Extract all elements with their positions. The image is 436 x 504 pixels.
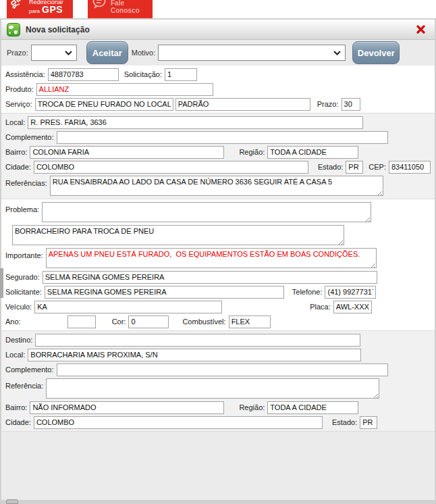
devolver-button[interactable]: Devolver: [352, 41, 400, 64]
destino-label: Destino:: [5, 336, 32, 344]
assistencia-input[interactable]: [48, 68, 119, 81]
prazo-label: Prazo:: [317, 100, 339, 108]
row-local: Local:: [1, 115, 435, 130]
row-problema-extra: BORRACHEIRO PARA TROCA DE PNEU: [1, 224, 435, 247]
dialog-title: Nova solicitação: [26, 25, 90, 34]
servico-label: Serviço:: [5, 100, 32, 108]
cidade-input[interactable]: [34, 161, 308, 174]
estado-label: Estado:: [318, 163, 343, 171]
solicitante-input[interactable]: [45, 286, 284, 299]
chevron-down-icon: [333, 51, 341, 55]
gps-button-line2-small: para: [29, 8, 40, 14]
regiao-destino-label: Região:: [239, 403, 265, 411]
destino-input[interactable]: [35, 334, 360, 347]
row-cidade-destino: Cidade: Estado:: [1, 415, 435, 430]
combustivel-input[interactable]: [229, 316, 271, 328]
prazo-select[interactable]: [31, 45, 77, 61]
veiculo-label: Veículo:: [5, 303, 32, 311]
local-input[interactable]: [28, 116, 363, 129]
referencia-destino-textarea[interactable]: [46, 378, 379, 399]
close-icon[interactable]: [416, 25, 425, 34]
motivo-select-label: Motivo:: [132, 49, 155, 57]
cidade-destino-label: Cidade:: [5, 418, 31, 426]
nova-solicitacao-dialog: Nova solicitação Prazo: Aceitar Motivo: …: [0, 18, 436, 504]
importante-textarea[interactable]: APENAS UM PNEU ESTÁ FURADO, OS EQUIPAMEN…: [46, 248, 377, 268]
complemento-destino-input[interactable]: [57, 363, 388, 376]
contact-button-line1: Fale: [111, 0, 140, 7]
estado-destino-input[interactable]: [360, 416, 377, 429]
background-scrollbar-thumb[interactable]: [0, 268, 3, 298]
row-bairro-destino: Bairro: Região:: [1, 400, 435, 415]
chevron-down-icon: [65, 51, 72, 55]
row-importante: Importante: APENAS UM PNEU ESTÁ FURADO, …: [1, 247, 435, 270]
complemento-input[interactable]: [57, 131, 388, 144]
redirect-gps-button[interactable]: Redirecionar para GPS: [7, 0, 73, 18]
referencia-destino-label: Referência:: [5, 382, 43, 390]
row-bairro: Bairro: Região:: [1, 145, 435, 159]
segurado-label: Segurado:: [5, 273, 40, 281]
top-button-strip: Redirecionar para GPS Fale Conosco: [0, 0, 436, 18]
section-problema-veiculo: Problema: BORRACHEIRO PARA TROCA DE PNEU…: [1, 199, 435, 330]
problema-label: Problema:: [5, 205, 39, 213]
cor-label: Cor:: [112, 318, 126, 326]
globe-icon: [7, 23, 20, 36]
produto-label: Produto:: [5, 85, 34, 93]
solicitacao-label: Solicitação:: [124, 70, 162, 78]
local-destino-input[interactable]: [28, 349, 361, 361]
prazo-input[interactable]: [342, 98, 360, 111]
telefone-input[interactable]: [325, 286, 376, 299]
row-servico: Serviço: Prazo:: [1, 97, 435, 111]
chat-icon: [92, 0, 108, 9]
row-referencias: Referências: RUA ENSAIBRADA AO LADO DA C…: [1, 174, 435, 197]
placa-label: Placa:: [310, 303, 331, 311]
row-produto: Produto:: [1, 82, 435, 97]
bairro-destino-input[interactable]: [30, 401, 224, 414]
telefone-label: Telefone:: [292, 288, 323, 296]
problema-textarea[interactable]: [42, 202, 371, 222]
cor-input[interactable]: [128, 316, 169, 328]
ano-input[interactable]: [67, 316, 96, 328]
placa-input[interactable]: [333, 301, 372, 313]
servico-tipo-input[interactable]: [175, 98, 310, 111]
row-local-destino: Local:: [1, 347, 435, 362]
cutoff-button-fragment: [6, 499, 18, 504]
bairro-input[interactable]: [30, 146, 224, 159]
cidade-label: Cidade:: [5, 163, 31, 171]
row-complemento-destino: Complemento:: [1, 362, 435, 377]
row-referencia-destino: Referência:: [1, 377, 435, 400]
motivo-select[interactable]: [158, 45, 346, 61]
estado-destino-label: Estado:: [332, 418, 357, 426]
segurado-input[interactable]: [43, 271, 377, 284]
estado-input[interactable]: [346, 161, 363, 174]
bairro-destino-label: Bairro:: [5, 403, 27, 411]
veiculo-input[interactable]: [34, 301, 222, 313]
produto-input[interactable]: [36, 83, 213, 96]
section-identificacao: Assistência: Solicitação: Produto: Servi…: [1, 66, 435, 113]
problema-extra-textarea[interactable]: BORRACHEIRO PARA TROCA DE PNEU: [12, 225, 344, 245]
row-solicitante: Solicitante: Telefone:: [1, 284, 435, 299]
solicitante-label: Solicitante:: [5, 288, 42, 296]
assistencia-label: Assistência:: [5, 70, 45, 78]
solicitacao-input[interactable]: [165, 68, 197, 81]
aceitar-button[interactable]: Aceitar: [86, 41, 128, 64]
row-ano-cor-combustivel: Ano: Cor: Combustível:: [1, 314, 435, 329]
cep-input[interactable]: [389, 161, 431, 174]
regiao-destino-input[interactable]: [267, 401, 358, 414]
cep-label: CEP:: [369, 163, 386, 171]
regiao-input[interactable]: [267, 146, 358, 159]
dialog-header: Nova solicitação: [1, 20, 435, 40]
section-endereco-origem: Local: Complemento: Bairro: Região: Cida…: [1, 113, 435, 199]
row-veiculo: Veículo: Placa:: [1, 299, 435, 314]
importante-label: Importante:: [5, 251, 43, 259]
local-destino-label: Local:: [5, 351, 25, 359]
ano-label: Ano:: [5, 318, 21, 326]
dialog-toolbar: Prazo: Aceitar Motivo: Devolver: [1, 40, 435, 66]
gps-button-line2-big: GPS: [42, 4, 63, 15]
row-assistencia: Assistência: Solicitação:: [1, 67, 435, 82]
row-segurado: Segurado:: [1, 270, 435, 284]
cidade-destino-input[interactable]: [34, 416, 323, 429]
referencias-textarea[interactable]: RUA ENSAIBRADA AO LADO DA CASA DE NÚMERO…: [50, 176, 383, 196]
fale-conosco-button[interactable]: Fale Conosco: [88, 0, 153, 18]
servico-input[interactable]: [35, 98, 173, 111]
complemento-label: Complemento:: [5, 133, 54, 141]
